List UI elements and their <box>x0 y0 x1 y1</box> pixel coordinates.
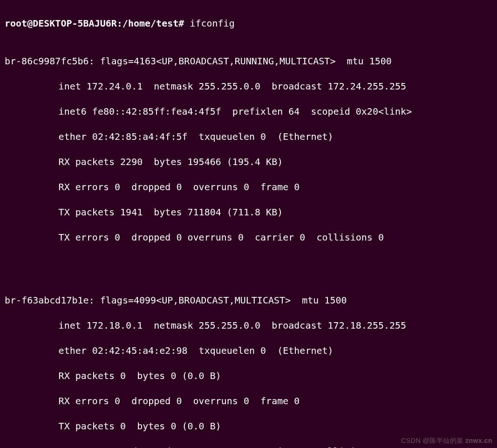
iface-line: ether 02:42:45:a4:e2:98 txqueuelen 0 (Et… <box>5 345 492 357</box>
iface-line: inet6 fe80::42:85ff:fea4:4f5f prefixlen … <box>5 105 492 118</box>
terminal-output[interactable]: root@DESKTOP-5BAJU6R:/home/test# ifconfi… <box>0 0 497 448</box>
prompt-path: :/home/test# <box>117 18 184 29</box>
blank-line <box>5 256 492 269</box>
iface-line: TX errors 0 dropped 0 overruns 0 carrier… <box>5 445 492 448</box>
iface-line: TX packets 0 bytes 0 (0.0 B) <box>5 420 492 433</box>
iface-line: inet 172.18.0.1 netmask 255.255.0.0 broa… <box>5 319 492 332</box>
iface-header: br-86c9987fc5b6: flags=4163<UP,BROADCAST… <box>5 55 492 68</box>
iface-line: RX packets 0 bytes 0 (0.0 B) <box>5 370 492 382</box>
prompt-user-host: root@DESKTOP-5BAJU6R <box>5 18 117 29</box>
prompt-line: root@DESKTOP-5BAJU6R:/home/test# ifconfi… <box>5 17 492 30</box>
iface-line: RX errors 0 dropped 0 overruns 0 frame 0 <box>5 395 492 407</box>
iface-line: TX packets 1941 bytes 711804 (711.8 KB) <box>5 206 492 219</box>
iface-line: ether 02:42:85:a4:4f:5f txqueuelen 0 (Et… <box>5 131 492 143</box>
iface-header: br-f63abcd17b1e: flags=4099<UP,BROADCAST… <box>5 294 492 307</box>
iface-line: inet 172.24.0.1 netmask 255.255.0.0 broa… <box>5 80 492 93</box>
command-text: ifconfig <box>190 18 234 29</box>
iface-line: TX errors 0 dropped 0 overruns 0 carrier… <box>5 231 492 244</box>
iface-line: RX packets 2290 bytes 195466 (195.4 KB) <box>5 156 492 168</box>
iface-line: RX errors 0 dropped 0 overruns 0 frame 0 <box>5 181 492 193</box>
